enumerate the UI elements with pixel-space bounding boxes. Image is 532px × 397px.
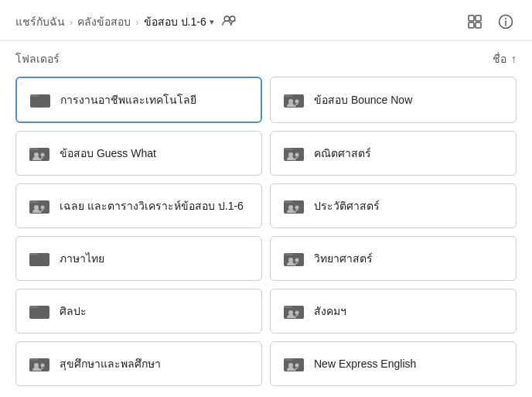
toolbar: โฟลเดอร์ ชื่อ ↑: [0, 41, 532, 74]
folder-grid: การงานอาชีพและเทคโนโลยี ข้อสอบ Bounce No…: [0, 74, 532, 397]
folder-icon: [281, 353, 306, 375]
svg-point-15: [41, 153, 45, 157]
breadcrumb-library[interactable]: คลังข้อสอบ: [77, 13, 131, 30]
svg-point-18: [295, 153, 299, 157]
folder-icon: [27, 353, 52, 375]
svg-point-12: [295, 100, 299, 104]
header-actions: [464, 11, 517, 33]
svg-point-8: [505, 18, 506, 19]
folder-name: คณิตศาสตร์: [314, 146, 371, 160]
folder-name: เฉลย และตารางวิเคราะห์ข้อสอบ ป.1-6: [60, 199, 244, 213]
folder-item[interactable]: คณิตศาสตร์: [270, 131, 517, 176]
folder-item[interactable]: สังคมฯ: [270, 289, 517, 334]
folder-name: การงานอาชีพและเทคโนโลยี: [60, 93, 196, 107]
breadcrumb-current[interactable]: ข้อสอบ ป.1-6 ▾: [144, 13, 214, 30]
page-header: แชร์กับฉัน › คลังข้อสอบ › ข้อสอบ ป.1-6 ▾: [0, 0, 532, 41]
folder-icon: [27, 300, 52, 322]
svg-rect-3: [476, 15, 481, 21]
folder-icon: [27, 248, 52, 269]
folder-name: สังคมฯ: [314, 304, 346, 318]
breadcrumb-sep-2: ›: [135, 16, 138, 28]
folder-icon: [281, 248, 306, 269]
breadcrumb-share[interactable]: แชร์กับฉัน: [15, 13, 65, 30]
folder-name: ข้อสอบ Bounce Now: [314, 93, 412, 107]
grid-view-icon[interactable]: [464, 11, 486, 33]
sort-controls[interactable]: ชื่อ ↑: [493, 50, 517, 67]
folder-item[interactable]: ประวัติศาสตร์: [270, 183, 517, 228]
folder-name: สุขศึกษาและพลศึกษา: [60, 357, 161, 371]
folder-item[interactable]: ข้อสอบ Bounce Now: [270, 77, 517, 123]
folder-item[interactable]: เฉลย และตารางวิเคราะห์ข้อสอบ ป.1-6: [15, 183, 262, 228]
sort-arrow-icon[interactable]: ↑: [511, 53, 517, 65]
folder-item[interactable]: วิทยาศาสตร์: [270, 236, 517, 281]
folder-name: ประวัติศาสตร์: [314, 199, 380, 213]
folder-name: New Express English: [314, 357, 416, 371]
breadcrumb: แชร์กับฉัน › คลังข้อสอบ › ข้อสอบ ป.1-6 ▾: [15, 13, 237, 30]
svg-rect-4: [469, 22, 474, 28]
info-icon[interactable]: [495, 11, 517, 33]
folder-name: ข้อสอบ Guess What: [60, 146, 156, 160]
svg-rect-5: [476, 22, 481, 28]
chevron-down-icon[interactable]: ▾: [210, 17, 214, 27]
folder-label: โฟลเดอร์: [15, 50, 60, 67]
folder-icon: [27, 195, 52, 217]
svg-rect-2: [469, 15, 474, 21]
folder-icon: [27, 142, 52, 164]
folder-item[interactable]: ข้อสอบ Guess What: [15, 131, 262, 176]
svg-point-35: [41, 364, 45, 368]
folder-name: ภาษาไทย: [60, 252, 104, 265]
folder-item[interactable]: สุขศึกษาและพลศึกษา: [15, 341, 262, 386]
folder-icon: [28, 89, 53, 111]
folder-icon: [281, 195, 306, 217]
folder-icon: [281, 89, 306, 111]
folder-item[interactable]: การงานอาชีพและเทคโนโลยี: [15, 77, 262, 123]
folder-name: ศิลปะ: [60, 304, 87, 318]
share-people-icon[interactable]: [222, 14, 237, 29]
breadcrumb-sep-1: ›: [70, 16, 73, 28]
folder-item[interactable]: New Express English: [270, 341, 517, 386]
svg-point-21: [41, 206, 45, 210]
folder-item[interactable]: ศิลปะ: [15, 289, 262, 334]
breadcrumb-current-label: ข้อสอบ ป.1-6: [144, 13, 206, 30]
svg-point-24: [295, 206, 299, 210]
folder-name: วิทยาศาสตร์: [314, 252, 373, 265]
svg-point-32: [295, 311, 299, 315]
svg-point-38: [295, 364, 299, 368]
folder-icon: [281, 142, 306, 164]
folder-icon: [281, 300, 306, 322]
svg-point-28: [295, 258, 299, 262]
folder-item[interactable]: ภาษาไทย: [15, 236, 262, 281]
sort-label: ชื่อ: [493, 50, 506, 67]
